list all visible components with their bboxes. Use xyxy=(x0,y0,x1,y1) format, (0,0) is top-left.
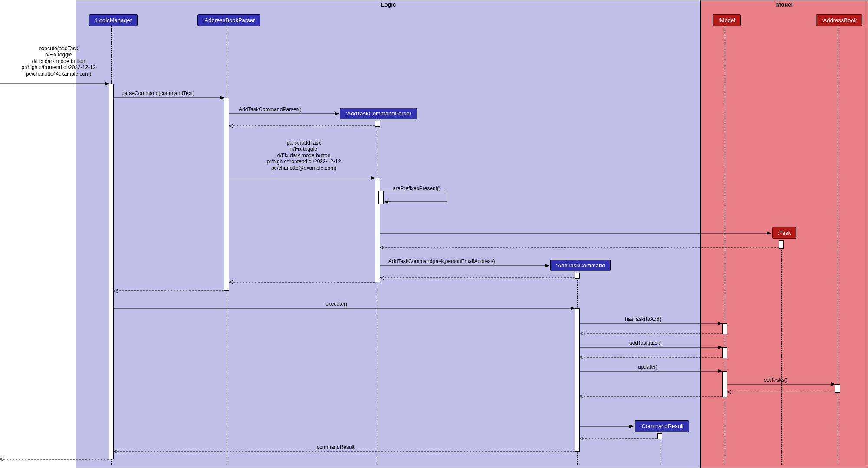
participant-add-task-command-parser: :AddTaskCommandParser xyxy=(340,108,417,119)
activation-abp xyxy=(224,98,229,291)
lifeline-address-book xyxy=(838,26,838,465)
msg-has-task: hasTask(toAdd) xyxy=(625,316,661,322)
region-model-label: Model xyxy=(776,1,793,8)
participant-address-book: :AddressBook xyxy=(816,14,862,26)
participant-model: :Model xyxy=(713,14,741,26)
activation-addressbook xyxy=(835,384,840,393)
msg-execute-entry: execute(addTask n/Fix toggle d/Fix dark … xyxy=(9,46,108,77)
activation-logic-manager xyxy=(108,84,114,459)
msg-update: update() xyxy=(638,364,658,370)
lifeline-task xyxy=(781,243,782,465)
activation-atcp-self xyxy=(378,191,384,204)
activation-cmdresult xyxy=(657,433,662,439)
participant-add-task-command: :AddTaskCommand xyxy=(550,260,611,271)
activation-atcp-small xyxy=(375,121,380,127)
region-logic-label: Logic xyxy=(381,1,396,8)
msg-add-task-cmd-new: AddTaskCommand(task,personEmailAddress) xyxy=(388,258,495,264)
msg-are-prefixes: arePrefixesPresent() xyxy=(393,185,441,191)
msg-command-result: commandResult xyxy=(317,444,355,450)
msg-new-parser: AddTaskCommandParser() xyxy=(239,106,302,112)
sequence-diagram: Logic Model :LogicManager :AddressBookPa… xyxy=(0,0,868,468)
msg-set-tasks: setTasks() xyxy=(764,377,788,383)
msg-parse-command: parseCommand(commandText) xyxy=(122,90,194,96)
region-logic: Logic xyxy=(76,0,701,468)
msg-execute-cmd: execute() xyxy=(326,301,347,307)
activation-model-1 xyxy=(722,323,727,334)
activation-atc-exec xyxy=(575,308,580,452)
activation-model-3 xyxy=(722,371,727,397)
activation-task xyxy=(779,240,784,249)
participant-command-result: :CommandResult xyxy=(635,420,689,432)
participant-logic-manager: :LogicManager xyxy=(89,14,138,26)
msg-add-task: addTask(task) xyxy=(629,340,662,346)
participant-task: :Task xyxy=(772,227,796,239)
participant-address-book-parser: :AddressBookParser xyxy=(197,14,260,26)
lifeline-add-task-command-parser xyxy=(378,122,378,465)
activation-model-2 xyxy=(722,347,727,358)
msg-parse-call: parse(addTask n/Fix toggle d/Fix dark mo… xyxy=(237,140,371,171)
activation-atc-create xyxy=(575,273,580,279)
lifeline-model xyxy=(725,26,725,465)
